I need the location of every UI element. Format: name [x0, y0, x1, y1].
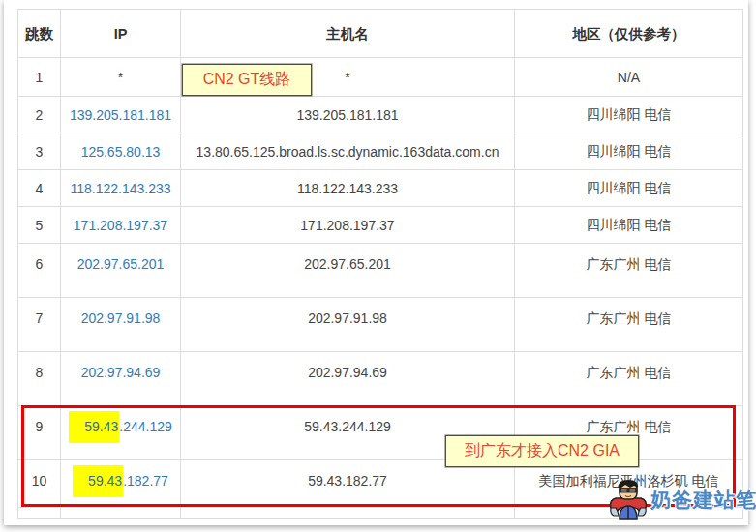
hop-cell: 6 [18, 244, 61, 298]
hop-cell: 9 [18, 406, 61, 460]
hostname-cell: 202.97.94.69 [181, 352, 515, 406]
region-cell: 广东广州 电信 [515, 244, 743, 298]
ip-rest: .244.129 [119, 419, 172, 434]
ip-cell: 125.65.80.13 [61, 133, 181, 170]
hop-cell: 4 [18, 170, 61, 207]
watermark: 奶爸建站笔记 [606, 479, 756, 521]
ip-cell: 202.97.91.98 [61, 298, 181, 352]
ip-link[interactable]: 59.43.244.129 [69, 411, 172, 443]
region-cell: 四川绵阳 电信 [515, 133, 743, 170]
ip-highlight: 59.43 [69, 411, 119, 443]
header-hostname: 主机名 [181, 10, 515, 58]
header-hop: 跳数 [18, 10, 61, 58]
region-cell: N/A [515, 58, 743, 97]
region-cell: 四川绵阳 电信 [515, 207, 743, 244]
header-row: 跳数 IP 主机名 地区（仅供参考） [18, 10, 743, 58]
hop-cell: 5 [18, 207, 61, 244]
ip-link[interactable]: 202.97.65.201 [77, 256, 165, 272]
ip-cell: 171.208.197.37 [61, 207, 181, 244]
hop-cell: 2 [18, 97, 61, 133]
ip-cell: 202.97.94.69 [61, 352, 181, 406]
ip-link[interactable]: 202.97.91.98 [81, 310, 161, 326]
hop-cell: 7 [18, 298, 61, 352]
hop-cell: 3 [18, 133, 61, 170]
ip-cell: 118.122.143.233 [61, 170, 181, 207]
ip-cell: 59.43.182.77 [61, 460, 181, 508]
region-cell: 广东广州 电信 [515, 298, 743, 352]
region-cell: 广东广州 电信 [515, 352, 743, 406]
header-ip: IP [61, 10, 181, 58]
watermark-text: 奶爸建站笔记 [650, 479, 756, 521]
hop-cell: 8 [18, 352, 61, 406]
table-row: 7 202.97.91.98 202.97.91.98 广东广州 电信 [18, 298, 743, 352]
table-row: 5 171.208.197.37 171.208.197.37 四川绵阳 电信 [18, 207, 743, 244]
hostname-cell: 13.80.65.125.broad.ls.sc.dynamic.163data… [181, 133, 515, 170]
table-row: 3 125.65.80.13 13.80.65.125.broad.ls.sc.… [18, 133, 743, 170]
region-cell: 四川绵阳 电信 [515, 170, 743, 207]
table-row: 6 202.97.65.201 202.97.65.201 广东广州 电信 [18, 244, 743, 298]
dad-avatar-icon [606, 479, 650, 521]
ip-cell: * [61, 58, 181, 97]
ip-rest: .182.77 [123, 473, 168, 488]
hop-cell: 10 [18, 460, 61, 508]
ip-cell: 202.97.65.201 [61, 244, 181, 298]
region-cell: 四川绵阳 电信 [515, 97, 743, 133]
ip-cell: 139.205.181.181 [61, 97, 181, 133]
hostname-cell: 202.97.65.201 [181, 244, 515, 298]
header-region: 地区（仅供参考） [515, 10, 743, 58]
hostname-cell: 202.97.91.98 [181, 298, 515, 352]
annotation-cn2-gia: 到广东才接入CN2 GIA [445, 435, 639, 467]
table-row: 1 * * N/A [18, 58, 743, 97]
hostname-cell: 139.205.181.181 [181, 97, 515, 133]
ip-highlight: 59.43 [73, 465, 123, 497]
annotation-cn2-gt-label: CN2 GT线路 [203, 70, 291, 90]
ip-link[interactable]: 202.97.94.69 [81, 365, 161, 380]
hostname-cell: 171.208.197.37 [181, 207, 515, 244]
ip-link[interactable]: 118.122.143.233 [70, 181, 170, 196]
ip-link[interactable]: 139.205.181.181 [70, 107, 171, 123]
table-row: 8 202.97.94.69 202.97.94.69 广东广州 电信 [18, 352, 743, 406]
hostname-cell: 118.122.143.233 [181, 170, 515, 207]
ip-link[interactable]: 171.208.197.37 [74, 218, 167, 233]
ip-link[interactable]: 125.65.80.13 [81, 144, 161, 160]
hop-cell: 1 [18, 58, 61, 97]
annotation-cn2-gt: CN2 GT线路 [182, 64, 312, 96]
annotation-cn2-gia-label: 到广东才接入CN2 GIA [465, 441, 620, 461]
ip-cell: 59.43.244.129 [61, 406, 181, 460]
table-row: 2 139.205.181.181 139.205.181.181 四川绵阳 电… [18, 97, 743, 133]
ip-link[interactable]: 59.43.182.77 [73, 465, 168, 497]
traceroute-screenshot: 跳数 IP 主机名 地区（仅供参考） 1 * * N/A 2 139.205.1… [0, 0, 756, 532]
table-row: 4 118.122.143.233 118.122.143.233 四川绵阳 电… [18, 170, 743, 207]
